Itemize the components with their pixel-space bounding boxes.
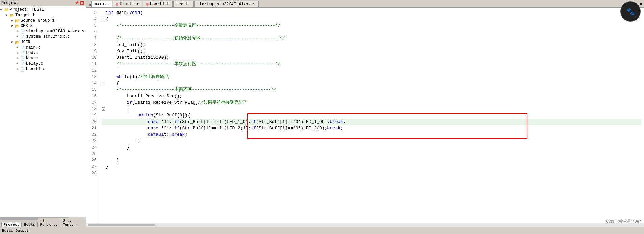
line-number-20: 20 bbox=[86, 119, 99, 125]
line-number-6: 6 bbox=[86, 29, 99, 35]
tree-leaf-spacer: + bbox=[16, 57, 20, 60]
folder-icon: 📂 bbox=[9, 13, 14, 18]
tree-expand-arrow[interactable]: ▼ bbox=[11, 24, 15, 28]
tree-item-label: main.c bbox=[26, 45, 41, 50]
avatar: 🐾 bbox=[620, 1, 641, 22]
code-text: if(Usart1_Receive_Str_Flag)//如果字符串接受完毕了 bbox=[106, 100, 247, 105]
line-number-15: 15 bbox=[86, 86, 99, 93]
scroll-tabs-left[interactable]: ◀ bbox=[88, 2, 91, 7]
project-icon: 📁 bbox=[4, 8, 9, 12]
sidebar-item-usart1-c[interactable]: +📄Usart1.c bbox=[0, 67, 86, 72]
sidebar-item-startup[interactable]: +📄startup_stm32f40_41xxx.s bbox=[0, 29, 86, 34]
sidebar-bottom-tabs: ProjectBooks{} Funct...0... Temp... bbox=[0, 220, 86, 227]
code-wrapper: int main(void)-{ /*--------------------变… bbox=[102, 9, 641, 176]
code-line-14: - { bbox=[102, 80, 641, 86]
tab-label: startup_stm32f40_41xxx.s bbox=[197, 2, 256, 7]
code-content[interactable]: int main(void)-{ /*--------------------变… bbox=[99, 8, 644, 223]
code-line-28 bbox=[102, 170, 641, 176]
collapse-marker[interactable]: - bbox=[102, 107, 105, 111]
sidebar-item-key-c[interactable]: +📄Key.c bbox=[0, 56, 86, 61]
tree-item-label: Source Group 1 bbox=[21, 18, 55, 23]
line-number-26: 26 bbox=[86, 157, 99, 163]
sidebar: Project 📌 ✕ ▼📁Project: TEST1▼📂Target 1▼📂… bbox=[0, 0, 86, 227]
code-line-5: /*--------------------变量定义区-------------… bbox=[102, 22, 641, 29]
code-text: case '2': if(Str_Buff[1]=='1')LED_2(1);i… bbox=[106, 126, 343, 131]
tree-expand-arrow[interactable]: ▼ bbox=[5, 14, 9, 17]
line-number-14: 14 bbox=[86, 80, 99, 86]
code-line-13: while(1)//防止程序跑飞 bbox=[102, 74, 641, 80]
tree-expand-arrow[interactable]: ▼ bbox=[11, 19, 15, 23]
code-text bbox=[106, 171, 108, 176]
tab-modified-dot bbox=[116, 3, 118, 6]
avatar-icon: 🐾 bbox=[626, 7, 635, 16]
code-text: } bbox=[106, 164, 108, 169]
sidebar-item-project[interactable]: ▼📁Project: TEST1 bbox=[0, 7, 86, 12]
tree-leaf-spacer: + bbox=[16, 35, 20, 39]
tree-item-label: USER bbox=[21, 40, 30, 45]
editor-area: ◀ main.cUsart1.cUsart1.hLed.hstartup_stm… bbox=[86, 0, 644, 227]
main-container: Project 📌 ✕ ▼📁Project: TEST1▼📂Target 1▼📂… bbox=[0, 0, 644, 227]
line-number-22: 22 bbox=[86, 131, 99, 138]
code-text: } bbox=[106, 145, 129, 150]
sidebar-item-main-c[interactable]: +📄main.c bbox=[0, 45, 86, 50]
code-text: /*--------------------单次运行区-------------… bbox=[106, 61, 280, 67]
tree-item-label: CMSIS bbox=[21, 24, 33, 28]
code-text: /*--------------------初始化外设区------------… bbox=[106, 36, 285, 41]
line-number-27: 27 bbox=[86, 163, 99, 170]
sidebar-item-source-group-1[interactable]: ▼📂Source Group 1 bbox=[0, 18, 86, 23]
folder-icon: 📂 bbox=[15, 24, 20, 28]
code-line-15: /*--------------------主循环区--------------… bbox=[102, 86, 641, 93]
sidebar-item-cmsis[interactable]: ▼📂CMSIS bbox=[0, 23, 86, 29]
line-number-23: 23 bbox=[86, 138, 99, 144]
sidebar-tabs-list: ProjectBooks{} Funct...0... Temp... bbox=[1, 220, 84, 227]
sidebar-tab-funct-tab[interactable]: {} Funct... bbox=[38, 218, 60, 227]
sidebar-tab-temp-tab[interactable]: 0... Temp... bbox=[60, 218, 84, 227]
editor-tab-startup-s[interactable]: startup_stm32f40_41xxx.s bbox=[194, 1, 259, 7]
collapse-marker[interactable]: - bbox=[102, 18, 105, 21]
code-line-9: Key_Init(); bbox=[102, 48, 641, 54]
tree-expand-arrow[interactable]: ▼ bbox=[0, 8, 4, 12]
sidebar-tree: ▼📁Project: TEST1▼📂Target 1▼📂Source Group… bbox=[0, 6, 86, 217]
code-text: Key_Init(); bbox=[106, 49, 145, 54]
tab-label: Usart1.h bbox=[150, 2, 170, 7]
tab-label: Usart1.c bbox=[120, 2, 139, 7]
sidebar-tab-books-tab[interactable]: Books bbox=[22, 222, 38, 227]
build-output-label: Build Output bbox=[2, 229, 29, 233]
pin-icon[interactable]: 📌 bbox=[74, 1, 79, 5]
tree-expand-arrow[interactable]: ▼ bbox=[11, 41, 15, 44]
code-text: while(1)//防止程序跑飞 bbox=[106, 74, 169, 79]
line-numbers: 3456789101112131415161718192021222324252… bbox=[86, 8, 99, 223]
editor-tab-usart1-h[interactable]: Usart1.h bbox=[143, 1, 173, 7]
sidebar-header-icons: 📌 ✕ bbox=[74, 1, 84, 5]
editor-tab-usart1-c[interactable]: Usart1.c bbox=[113, 1, 142, 7]
sidebar-tab-project-tab[interactable]: Project bbox=[1, 222, 22, 227]
line-number-21: 21 bbox=[86, 125, 99, 131]
code-line-12 bbox=[102, 67, 641, 74]
line-number-12: 12 bbox=[86, 67, 99, 74]
line-number-5: 5 bbox=[86, 22, 99, 29]
tab-label: main.c bbox=[94, 2, 109, 6]
editor-tab-led-h[interactable]: Led.h bbox=[173, 1, 194, 7]
sidebar-item-user[interactable]: ▼📂USER bbox=[0, 40, 86, 45]
sidebar-item-led-c[interactable]: +📄Led.c bbox=[0, 50, 86, 56]
sidebar-item-target1[interactable]: ▼📂Target 1 bbox=[0, 12, 86, 18]
code-text: { bbox=[106, 106, 129, 111]
file-icon: 📄 bbox=[20, 29, 25, 34]
code-line-3: int main(void) bbox=[102, 9, 641, 16]
editor-tab-main-c[interactable]: main.c bbox=[91, 1, 112, 7]
horizontal-scrollbar[interactable] bbox=[86, 223, 644, 227]
sidebar-item-system[interactable]: +📄system_stm32f4xx.c bbox=[0, 34, 86, 40]
tree-item-label: Project: TEST1 bbox=[10, 7, 44, 12]
tree-item-label: Target 1 bbox=[15, 13, 35, 18]
collapse-marker[interactable]: - bbox=[102, 82, 105, 85]
tab-modified-dot bbox=[146, 3, 149, 6]
tree-leaf-spacer: + bbox=[16, 46, 20, 50]
line-number-4: 4 bbox=[86, 16, 99, 22]
code-text bbox=[106, 29, 108, 34]
line-number-10: 10 bbox=[86, 54, 99, 61]
code-line-16: Usart1_Receive_Str(); bbox=[102, 93, 641, 99]
code-text: Usart1_Receive_Str(); bbox=[106, 94, 182, 99]
code-text: } bbox=[106, 158, 119, 163]
sidebar-item-delay-c[interactable]: +📄Delay.c bbox=[0, 61, 86, 67]
close-sidebar-button[interactable]: ✕ bbox=[80, 1, 84, 5]
